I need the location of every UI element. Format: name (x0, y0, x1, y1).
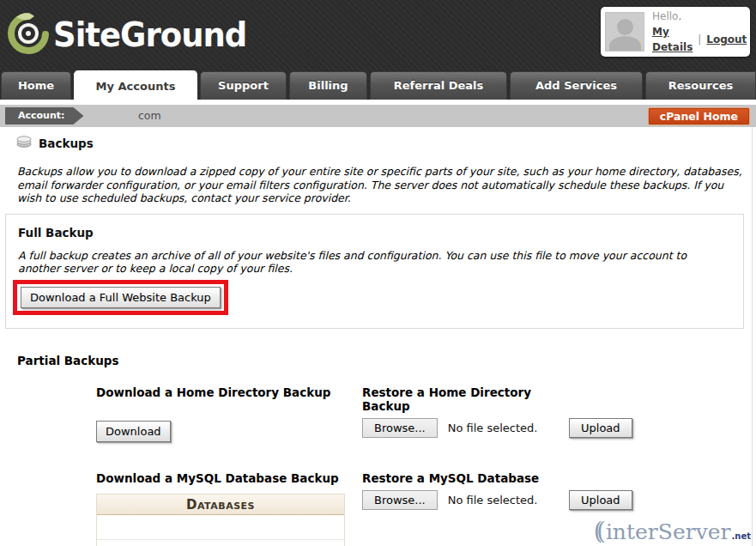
tab-home[interactable]: Home (1, 71, 71, 100)
siteground-logo-icon (5, 10, 50, 58)
account-label: Account: (5, 107, 83, 124)
home-browse-button[interactable]: Browse... (362, 418, 438, 438)
home-directory-section: Download a Home Directory Backup Restore… (96, 385, 756, 442)
database-row[interactable] (97, 515, 344, 540)
full-backup-section: Full Backup A full backup creates an arc… (5, 214, 744, 329)
interserver-logo-suffix: .net (732, 531, 751, 541)
logo-row: SiteGround Hello, My Details | Logout (0, 0, 756, 68)
main-navigation: Home My Accounts Support Billing Referra… (0, 68, 756, 100)
home-upload-button[interactable]: Upload (569, 418, 632, 438)
user-text: Hello, My Details | Logout (652, 9, 747, 55)
home-file-input: Browse... No file selected. (362, 418, 569, 438)
mysql-file-input: Browse... No file selected. (362, 490, 569, 510)
tab-my-accounts[interactable]: My Accounts (74, 70, 197, 105)
logout-link[interactable]: Logout (706, 32, 747, 47)
page-title: Backups (16, 135, 756, 151)
mysql-browse-button[interactable]: Browse... (362, 490, 438, 510)
content-edge-line (752, 127, 753, 546)
partial-backups-title: Partial Backups (17, 354, 756, 367)
restore-home-title: Restore a Home Directory Backup (362, 385, 569, 413)
database-row[interactable] (97, 540, 344, 546)
account-domain: com (138, 105, 161, 127)
mysql-file-status: No file selected. (448, 494, 538, 507)
interserver-logo-text: interServer (606, 519, 731, 544)
databases-table: Databases (96, 494, 345, 546)
download-mysql-title: Download a MySQL Database Backup (96, 471, 362, 485)
greeting-text: Hello, (652, 9, 747, 24)
tab-add-services[interactable]: Add Services (510, 71, 643, 100)
tab-support[interactable]: Support (200, 71, 287, 100)
top-header: SiteGround Hello, My Details | Logout Ho… (0, 0, 756, 100)
avatar (605, 12, 644, 52)
full-backup-title: Full Backup (18, 226, 731, 240)
download-full-backup-button[interactable]: Download a Full Website Backup (21, 287, 221, 308)
download-home-button[interactable]: Download (96, 421, 171, 442)
tab-resources[interactable]: Resources (645, 71, 756, 100)
my-details-link[interactable]: My Details (652, 24, 692, 55)
siteground-logo[interactable]: SiteGround (5, 10, 246, 58)
tab-referral-deals[interactable]: Referral Deals (370, 71, 507, 100)
mysql-upload-button[interactable]: Upload (569, 490, 632, 510)
backups-intro-text: Backups allow you to download a zipped c… (17, 165, 742, 205)
page-title-text: Backups (39, 136, 94, 150)
full-backup-description: A full backup creates an archive of all … (18, 249, 730, 276)
link-separator: | (698, 32, 701, 47)
download-home-title: Download a Home Directory Backup (96, 385, 362, 399)
home-file-status: No file selected. (448, 422, 538, 434)
restore-mysql-title: Restore a MySQL Database (362, 471, 569, 485)
interserver-watermark: (( interServer .net (594, 518, 751, 544)
main-content: Backups Backups allow you to download a … (0, 135, 756, 546)
user-box: Hello, My Details | Logout (601, 7, 750, 57)
account-bar: Account: com cPanel Home (0, 105, 756, 127)
cpanel-home-button[interactable]: cPanel Home (648, 107, 750, 125)
tab-billing[interactable]: Billing (289, 71, 367, 100)
siteground-logo-text: SiteGround (53, 15, 246, 53)
databases-table-header: Databases (97, 494, 344, 515)
backup-disk-icon (16, 135, 32, 151)
red-highlight-annotation: Download a Full Website Backup (13, 280, 228, 315)
interserver-logo-arcs: (( (594, 518, 600, 544)
